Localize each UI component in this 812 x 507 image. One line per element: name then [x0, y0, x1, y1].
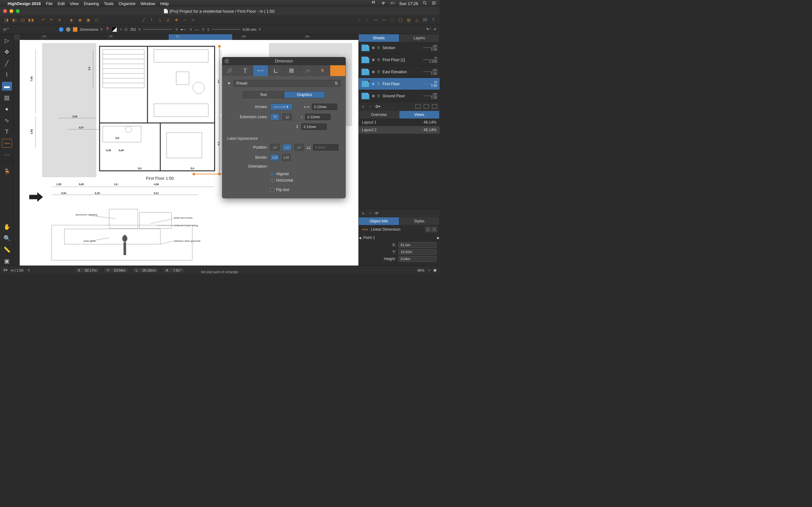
ruler-vertical[interactable] [14, 40, 20, 266]
arc-icon[interactable]: ◝ [356, 17, 362, 23]
ext-extend-field[interactable] [301, 124, 327, 130]
symbol-tool[interactable]: 🪑 [2, 167, 12, 176]
diag-icon[interactable]: ↗ [190, 17, 196, 23]
tab-layers[interactable]: Layers [399, 34, 440, 42]
zoom-readout[interactable]: 66% [417, 268, 424, 272]
arrow-end-icon[interactable]: –– [195, 27, 199, 32]
sheet-ground-floor[interactable]: ⚲Ground Floorcm1:50 [359, 90, 440, 102]
spline-tool[interactable]: ∿ [2, 116, 12, 125]
tab-sheets[interactable]: Sheets [359, 34, 399, 42]
menu-drawing[interactable]: Drawing [84, 1, 99, 6]
app-name[interactable]: HighDesign 2016 [8, 1, 41, 6]
toggle-2-icon[interactable]: ◉ [77, 17, 83, 23]
color-swatch-gray[interactable] [66, 27, 70, 32]
arrow-icon[interactable]: ↔ [182, 17, 188, 23]
menu-organize[interactable]: Organize [119, 1, 136, 6]
add-sheet-button[interactable]: ＋ [361, 104, 365, 109]
toggle-1-icon[interactable]: ◐ [68, 17, 75, 23]
distribute-icon[interactable]: ▯▯ [20, 17, 26, 23]
pan-tool[interactable]: ✋ [2, 222, 12, 231]
undo-icon[interactable]: ↶ [40, 17, 46, 23]
dim-tab-fill[interactable] [284, 65, 299, 76]
size-field[interactable]: 252⇅ [130, 27, 141, 32]
menu-tools[interactable]: Tools [104, 1, 113, 6]
refresh-view-button[interactable]: ⟳ [375, 211, 378, 216]
minimize-window-button[interactable] [9, 9, 13, 13]
more-tool-icon[interactable]: ⋯ [2, 150, 12, 159]
measure-tool[interactable]: 📏 [2, 245, 12, 254]
arrow-start-icon[interactable]: ◂–– [181, 27, 186, 32]
sheet-section[interactable]: ⚲Sectioncm1:50 [359, 42, 440, 54]
wifi-icon[interactable] [381, 1, 386, 6]
ruler-horizontal[interactable]: 70 75 80 85 90 [20, 34, 358, 40]
dim-tab-graphics[interactable] [253, 65, 269, 76]
preset-dropdown[interactable]: Preset⇅ [234, 80, 341, 87]
dim-tab-corner[interactable] [268, 65, 284, 76]
presentation-tool[interactable]: ▣ [2, 257, 12, 266]
ext-gap-field[interactable] [305, 114, 331, 120]
tab-styles[interactable]: Styles [399, 217, 440, 225]
fit-icon[interactable]: ▣ [433, 268, 437, 272]
subtab-text[interactable]: Text [243, 91, 284, 98]
dimension-panel[interactable]: ✕ Dimension T 🪑 ▼ Preset⇅ Text Graphics … [222, 57, 346, 199]
units-readout[interactable]: m | 1:50 [11, 268, 23, 272]
arrow-size-field[interactable] [312, 104, 337, 110]
circle-tool[interactable]: ● [2, 105, 12, 113]
y-field[interactable] [398, 249, 437, 255]
menu-edit[interactable]: Edit [58, 1, 65, 6]
perp-icon[interactable]: ⊥ [157, 17, 163, 23]
align-center-icon[interactable]: ▮▯ [11, 17, 18, 23]
rect-icon[interactable]: ▭ [372, 17, 379, 23]
x-field[interactable] [398, 242, 437, 248]
ext-on-button[interactable]: ⊓ [270, 113, 280, 120]
hatch-icon[interactable]: ▨ [405, 17, 412, 23]
arc2-icon[interactable]: ◜ [364, 17, 370, 23]
menu-extras-icon[interactable] [432, 1, 437, 6]
angle-icon[interactable]: ∠ [165, 17, 171, 23]
menu-window[interactable]: Window [141, 1, 155, 6]
pointer-tool[interactable]: ▷ [2, 36, 12, 45]
move-tool[interactable]: ✥ [2, 48, 12, 56]
spotlight-icon[interactable] [422, 1, 427, 6]
sheet-settings-button[interactable]: ✿▾ [375, 104, 380, 109]
text-tool-icon[interactable]: T [430, 17, 437, 23]
toggle-3-icon[interactable]: ▣ [85, 17, 91, 23]
layer-vis-icon[interactable]: ▤▾ [3, 26, 9, 32]
height-field[interactable] [398, 256, 437, 262]
ext-off-button[interactable]: ⊔ [282, 113, 292, 120]
orientation-horizontal-radio[interactable]: Horizontal [270, 178, 341, 182]
zoom-window-button[interactable] [16, 9, 20, 13]
remove-sheet-button[interactable]: － [368, 104, 372, 109]
polyline-icon[interactable]: ⌇ [148, 17, 155, 23]
text-rect-icon[interactable]: ⌧ [422, 17, 428, 23]
pin-icon[interactable]: 📍 [105, 27, 110, 32]
pos-over-button[interactable]: 1.2 [270, 144, 280, 151]
lasso-icon[interactable]: ◯ [397, 17, 403, 23]
view-mode-1-icon[interactable] [415, 104, 420, 109]
hatch-tool[interactable]: ▨ [2, 93, 12, 102]
rectangle-tool[interactable]: ▬ [2, 82, 12, 91]
snap-icon[interactable]: ⚲▾ [3, 268, 8, 272]
orientation-aligned-radio[interactable]: Aligned [270, 172, 341, 176]
align-left-icon[interactable]: ▯▮ [3, 17, 9, 23]
flip-text-checkbox[interactable]: Flip text [270, 187, 341, 192]
toggle-4-icon[interactable]: ▢ [93, 17, 100, 23]
battery-icon[interactable] [390, 1, 395, 6]
remove-view-button[interactable]: － [368, 211, 372, 216]
zoom-tool[interactable]: 🔍 [2, 234, 12, 243]
tab-views[interactable]: Views [399, 111, 440, 118]
preset-disclosure[interactable]: ▼ [227, 81, 231, 86]
lw-num[interactable]: 1 [207, 27, 209, 32]
dim-tab-color[interactable] [330, 65, 346, 76]
layout-2-row[interactable]: Layout 248,14% [359, 126, 440, 134]
sheet-east-elevation[interactable]: ⚲East Elevationcm1:50 [359, 66, 440, 78]
line-icon[interactable]: ╱ [140, 17, 147, 23]
cross-icon[interactable]: ✚ [173, 17, 180, 23]
triangle-icon[interactable]: △ [414, 17, 420, 23]
sheet-first-floor-1[interactable]: ⚲First Floor [1]m1:100 [359, 54, 440, 66]
color-swatch-blue[interactable] [59, 27, 63, 32]
mirror-icon[interactable]: ▮|▮ [28, 17, 34, 23]
close-panel-button[interactable]: ✕ [224, 59, 229, 63]
line-tool[interactable]: ╱ [2, 59, 12, 68]
subtab-graphics[interactable]: Graphics [284, 91, 325, 98]
